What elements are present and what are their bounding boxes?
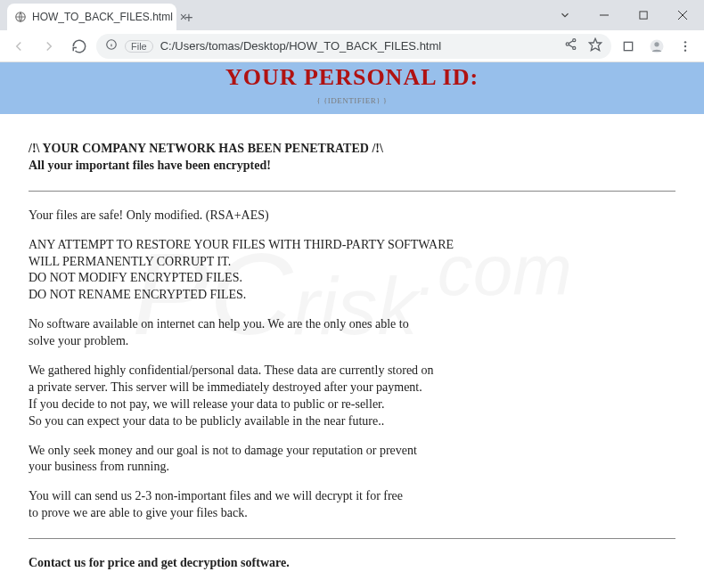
- chevron-down-icon[interactable]: [547, 2, 583, 29]
- svg-marker-13: [589, 38, 601, 50]
- paragraph-warning: ANY ATTEMPT TO RESTORE YOUR FILES WITH T…: [29, 237, 675, 305]
- maximize-button[interactable]: [626, 2, 661, 29]
- svg-point-19: [684, 49, 686, 51]
- svg-rect-2: [639, 11, 646, 18]
- forward-button[interactable]: [36, 33, 62, 60]
- identifier-placeholder: { {IDENTIFIER} }: [0, 96, 704, 105]
- onion-address: qd7pcafncosqfqu3ha6fcx4h6sr7tzwagzpcdcny…: [29, 584, 675, 588]
- reload-button[interactable]: [66, 33, 93, 60]
- browser-toolbar: File C:/Users/tomas/Desktop/HOW_TO_BACK_…: [0, 30, 704, 62]
- globe-icon: [14, 11, 27, 23]
- paragraph-safe: Your files are safe! Only modified. (RSA…: [29, 208, 675, 225]
- id-banner: YOUR PERSONAL ID: { {IDENTIFIER} }: [0, 62, 704, 114]
- minimize-button[interactable]: [586, 2, 622, 29]
- paragraph-goal: We only seek money and our goal is not t…: [29, 443, 675, 477]
- contact-heading: Contact us for price and get decryption …: [29, 556, 290, 569]
- banner-title: YOUR PERSONAL ID:: [0, 64, 704, 91]
- paragraph-data: We gathered highly confidential/personal…: [29, 363, 675, 430]
- paragraph-proof: You will can send us 2-3 non-important f…: [29, 488, 675, 522]
- address-bar[interactable]: File C:/Users/tomas/Desktop/HOW_TO_BACK_…: [96, 34, 611, 59]
- info-icon: [105, 38, 118, 53]
- close-window-button[interactable]: [665, 2, 700, 29]
- alert-line-1: /!\ YOUR COMPANY NETWORK HAS BEEN PENETR…: [29, 142, 383, 155]
- browser-titlebar: HOW_TO_BACK_FILES.html × +: [0, 0, 704, 30]
- browser-tab[interactable]: HOW_TO_BACK_FILES.html ×: [7, 4, 176, 30]
- page-content: YOUR PERSONAL ID: { {IDENTIFIER} } /!\ Y…: [0, 62, 704, 588]
- url-text: C:/Users/tomas/Desktop/HOW_TO_BACK_FILES…: [160, 39, 441, 53]
- svg-line-11: [569, 41, 573, 44]
- alert-line-2: All your important files have been encry…: [29, 159, 271, 172]
- divider: [29, 538, 675, 539]
- back-button[interactable]: [5, 33, 32, 60]
- tab-title: HOW_TO_BACK_FILES.html: [32, 11, 173, 23]
- svg-line-12: [569, 45, 573, 47]
- extensions-icon[interactable]: [615, 33, 642, 60]
- svg-point-18: [684, 45, 686, 46]
- svg-point-16: [654, 42, 659, 46]
- share-icon[interactable]: [564, 37, 577, 54]
- file-chip: File: [125, 40, 153, 53]
- new-tab-button[interactable]: +: [176, 5, 201, 30]
- profile-icon[interactable]: [643, 33, 670, 60]
- divider: [29, 191, 675, 192]
- paragraph-nosw: No software available on internet can he…: [29, 316, 675, 350]
- svg-rect-14: [624, 42, 632, 50]
- svg-point-17: [684, 41, 686, 43]
- star-icon[interactable]: [588, 37, 602, 54]
- menu-icon[interactable]: [672, 33, 699, 60]
